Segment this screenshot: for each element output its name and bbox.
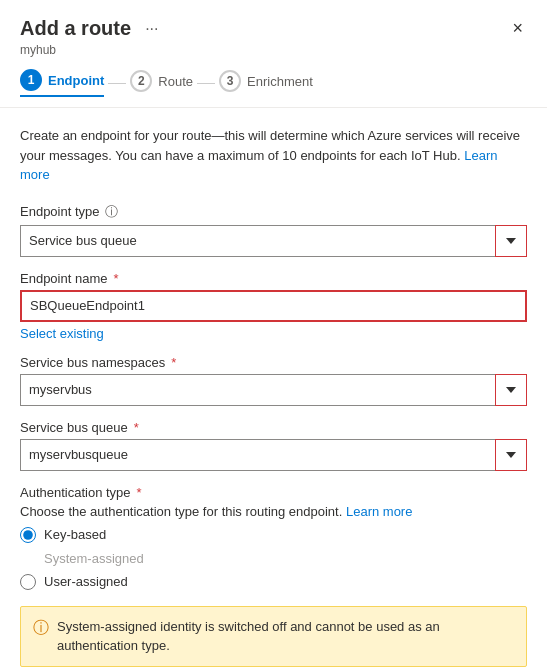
service-bus-namespaces-group: Service bus namespaces * myservbus [20,355,527,406]
endpoint-type-label: Endpoint type ⓘ [20,203,527,221]
authentication-type-group: Authentication type * Choose the authent… [20,485,527,590]
step-divider-1 [108,83,126,84]
auth-type-radio-group: Key-based System-assigned User-assigned [20,527,527,590]
description-text: Create an endpoint for your route—this w… [20,126,527,185]
service-bus-queue-group: Service bus queue * myservbusqueue [20,420,527,471]
step-3-circle: 3 [219,70,241,92]
radio-user-assigned-input[interactable] [20,574,36,590]
endpoint-name-group: Endpoint name * Select existing [20,271,527,341]
service-bus-namespaces-select-wrapper: myservbus [20,374,527,406]
step-endpoint[interactable]: 1 Endpoint [20,69,104,97]
step-enrichment[interactable]: 3 Enrichment [219,70,313,96]
radio-user-assigned[interactable]: User-assigned [20,574,527,590]
auth-type-required: * [137,485,142,500]
service-bus-namespaces-required: * [171,355,176,370]
step-2-circle: 2 [130,70,152,92]
radio-key-based[interactable]: Key-based [20,527,527,543]
panel-body: Create an endpoint for your route—this w… [0,108,547,670]
warning-box: ⓘ System-assigned identity is switched o… [20,606,527,667]
authentication-type-label: Authentication type * [20,485,527,500]
panel-header: Add a route ··· × myhub 1 Endpoint 2 Rou… [0,0,547,108]
service-bus-queue-select-wrapper: myservbusqueue [20,439,527,471]
radio-key-based-label: Key-based [44,527,106,542]
warning-text: System-assigned identity is switched off… [57,617,514,656]
step-divider-2 [197,83,215,84]
learn-more-link-auth[interactable]: Learn more [346,504,412,519]
step-3-label: Enrichment [247,74,313,89]
endpoint-type-group: Endpoint type ⓘ Service bus queueEvent H… [20,203,527,257]
radio-user-assigned-label: User-assigned [44,574,128,589]
service-bus-queue-required: * [134,420,139,435]
steps-navigation: 1 Endpoint 2 Route 3 Enrichment [20,69,527,97]
panel-title: Add a route [20,17,131,40]
step-1-circle: 1 [20,69,42,91]
endpoint-name-required: * [113,271,118,286]
radio-key-based-input[interactable] [20,527,36,543]
warning-icon: ⓘ [33,618,49,639]
select-existing-link[interactable]: Select existing [20,326,104,341]
step-1-label: Endpoint [48,73,104,88]
step-2-label: Route [158,74,193,89]
auth-type-description: Choose the authentication type for this … [20,504,527,519]
endpoint-type-select[interactable]: Service bus queueEvent HubStorage contai… [20,225,527,257]
service-bus-namespaces-label: Service bus namespaces * [20,355,527,370]
endpoint-type-select-wrapper: Service bus queueEvent HubStorage contai… [20,225,527,257]
endpoint-name-input[interactable] [20,290,527,322]
panel-subtitle: myhub [20,43,527,57]
endpoint-name-label: Endpoint name * [20,271,527,286]
add-route-panel: Add a route ··· × myhub 1 Endpoint 2 Rou… [0,0,547,670]
step-route[interactable]: 2 Route [130,70,193,96]
service-bus-queue-select[interactable]: myservbusqueue [20,439,527,471]
ellipsis-icon: ··· [145,20,158,38]
close-icon: × [512,18,523,39]
service-bus-namespaces-select[interactable]: myservbus [20,374,527,406]
endpoint-type-info-icon: ⓘ [105,203,118,221]
system-assigned-sublabel: System-assigned [44,551,527,566]
more-options-button[interactable]: ··· [141,18,162,40]
close-button[interactable]: × [508,16,527,41]
service-bus-queue-label: Service bus queue * [20,420,527,435]
